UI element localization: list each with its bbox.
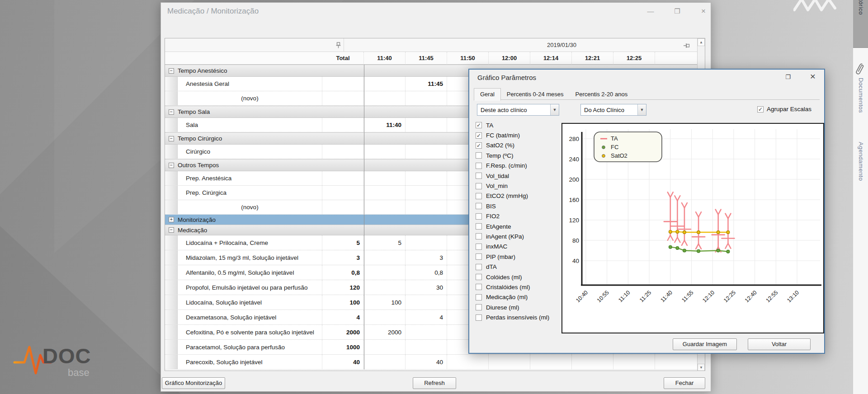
dialog-maximize-icon[interactable]: ❐ (783, 74, 793, 80)
value-cell[interactable] (406, 340, 447, 354)
parameter-item[interactable]: inAgent (KPa) (476, 231, 560, 241)
value-cell[interactable] (322, 145, 364, 159)
expand-icon[interactable]: + (169, 217, 174, 222)
value-cell[interactable] (364, 91, 406, 105)
sidebar-tab-histórico[interactable]: Histórico (853, 0, 868, 48)
value-cell[interactable] (406, 325, 447, 339)
checkbox-icon[interactable]: ✓ (757, 106, 764, 113)
row-handle[interactable] (165, 280, 178, 295)
parameter-item[interactable]: ✓FC (bat/min) (476, 130, 560, 140)
value-cell[interactable] (406, 200, 447, 214)
checkbox-icon[interactable] (476, 193, 482, 199)
parameter-item[interactable]: ✓TA (476, 120, 560, 130)
checkbox-icon[interactable] (476, 203, 482, 209)
parameter-item[interactable]: Perdas insensíveis (ml) (476, 312, 560, 322)
row-handle[interactable] (165, 91, 178, 105)
value-cell[interactable] (322, 77, 364, 91)
value-cell[interactable] (322, 91, 364, 105)
parameter-item[interactable]: BIS (476, 201, 560, 211)
value-cell[interactable] (322, 186, 364, 200)
row-handle[interactable] (165, 295, 178, 310)
guardar-imagem-button[interactable]: Guardar Imagem (673, 338, 737, 350)
row-handle[interactable] (165, 77, 178, 91)
checkbox-icon[interactable] (476, 284, 482, 290)
value-cell[interactable] (447, 355, 489, 369)
value-cell[interactable] (572, 355, 613, 369)
value-cell[interactable] (364, 186, 406, 200)
parameter-item[interactable]: inxMAC (476, 242, 560, 252)
value-cell[interactable] (364, 171, 406, 185)
parameter-item[interactable]: dTA (476, 262, 560, 272)
parameter-item[interactable]: ✓SatO2 (%) (476, 141, 560, 150)
row-handle[interactable] (165, 310, 178, 324)
pin-icon[interactable] (336, 42, 341, 48)
value-cell[interactable]: 1000 (322, 340, 364, 354)
chevron-down-icon[interactable]: ▼ (637, 104, 646, 115)
scroll-down-icon[interactable]: ▼ (698, 364, 705, 371)
checkbox-icon[interactable] (476, 264, 482, 270)
value-cell[interactable]: 3 (322, 250, 364, 265)
column-header-total[interactable]: Total (322, 52, 364, 65)
new-entry-cell[interactable]: (novo) (178, 200, 322, 214)
sidebar-tab-agendamento[interactable]: Agendamento (853, 142, 868, 214)
row-handle[interactable] (165, 171, 178, 185)
tab-geral[interactable]: Geral (474, 88, 501, 101)
value-cell[interactable] (613, 355, 655, 369)
parameter-item[interactable]: Vol_min (476, 181, 560, 191)
scope-combobox[interactable]: Do Acto Clínico ▼ (580, 104, 646, 116)
column-header-11:50[interactable]: 11:50 (447, 52, 489, 65)
collapse-icon[interactable]: − (169, 109, 174, 115)
close-icon[interactable]: × (697, 6, 710, 16)
checkbox-icon[interactable] (476, 213, 482, 220)
value-cell[interactable]: 5 (322, 235, 364, 250)
value-cell[interactable] (406, 145, 447, 159)
checkbox-icon[interactable] (476, 233, 482, 239)
value-cell[interactable] (364, 280, 406, 295)
value-cell[interactable]: 5 (364, 235, 406, 250)
agrupar-escalas-checkbox[interactable]: ✓ Agrupar Escalas (757, 106, 811, 113)
value-cell[interactable] (322, 118, 364, 132)
checkbox-icon[interactable]: ✓ (476, 142, 482, 149)
value-cell[interactable]: 120 (322, 280, 364, 295)
parameter-item[interactable]: PIP (mbar) (476, 252, 560, 262)
value-cell[interactable] (364, 265, 406, 280)
voltar-button[interactable]: Voltar (748, 338, 811, 350)
value-cell[interactable] (364, 77, 406, 91)
value-cell[interactable] (406, 235, 447, 250)
parameter-item[interactable]: Cristalóides (ml) (476, 282, 560, 292)
value-cell[interactable] (322, 171, 364, 185)
parameter-item[interactable]: EtCO2 (mmHg) (476, 191, 560, 201)
row-handle[interactable] (165, 118, 178, 132)
value-cell[interactable] (364, 310, 406, 324)
scroll-up-icon[interactable]: ▲ (698, 38, 705, 46)
value-cell[interactable] (406, 91, 447, 105)
row-handle[interactable] (165, 250, 178, 265)
row-handle[interactable] (165, 340, 178, 354)
value-cell[interactable] (322, 200, 364, 214)
row-handle[interactable] (165, 200, 178, 214)
checkbox-icon[interactable] (476, 314, 482, 321)
parameter-item[interactable]: FIO2 (476, 211, 560, 221)
column-header-11:40[interactable]: 11:40 (364, 52, 406, 65)
tab-percentis-0-24-meses[interactable]: Percentis 0-24 meses (501, 89, 570, 100)
value-cell[interactable]: 100 (364, 295, 406, 310)
value-cell[interactable]: 0,8 (406, 265, 447, 280)
grafico-monitorizacao-button[interactable]: Gráfico Monitorização (162, 377, 225, 389)
value-cell[interactable] (364, 250, 406, 265)
minimize-icon[interactable]: — (644, 6, 657, 16)
checkbox-icon[interactable] (476, 253, 482, 260)
checkbox-icon[interactable] (476, 173, 482, 179)
value-cell[interactable]: 4 (322, 310, 364, 324)
value-cell[interactable]: 0,8 (322, 265, 364, 280)
row-handle[interactable] (165, 325, 178, 339)
value-cell[interactable]: 100 (322, 295, 364, 310)
value-cell[interactable] (406, 186, 447, 200)
table-row[interactable]: Parecoxib, Solução injetável4040 (165, 355, 698, 370)
checkbox-icon[interactable] (476, 152, 482, 159)
checkbox-icon[interactable]: ✓ (476, 132, 482, 139)
value-cell[interactable]: 30 (406, 280, 447, 295)
sidebar-tab-documentos[interactable]: Documentos (853, 62, 868, 134)
row-handle[interactable] (165, 355, 178, 369)
checkbox-icon[interactable] (476, 274, 482, 280)
parameter-item[interactable]: F.Resp. (c/min) (476, 161, 560, 171)
